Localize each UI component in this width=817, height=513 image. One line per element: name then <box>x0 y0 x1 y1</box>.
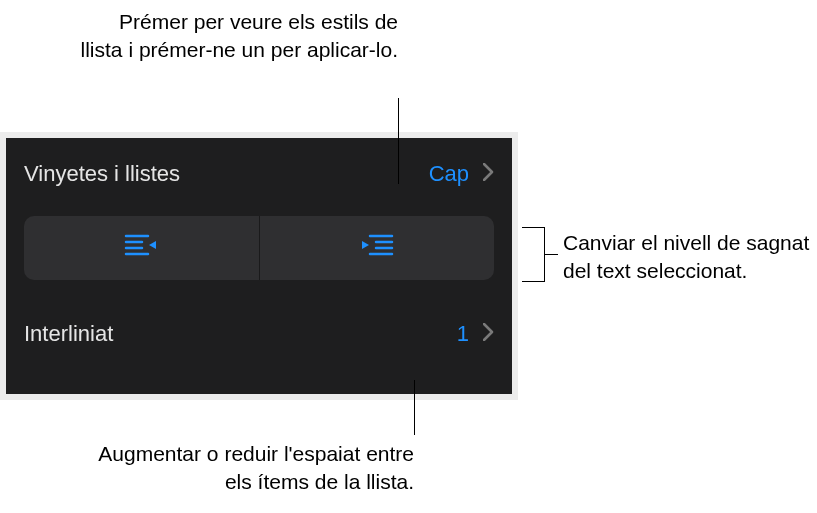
panel-container: Vinyetes i llistes Cap <box>0 132 518 400</box>
callout-list-styles: Prémer per veure els estils de llista i … <box>78 8 398 65</box>
leader-line <box>414 380 415 435</box>
format-panel: Vinyetes i llistes Cap <box>6 138 512 394</box>
bullets-lists-row[interactable]: Vinyetes i llistes Cap <box>24 138 494 210</box>
leader-line <box>398 98 399 184</box>
indent-segmented-control <box>24 216 494 280</box>
leader-line <box>522 227 544 228</box>
bullets-lists-label: Vinyetes i llistes <box>24 161 180 187</box>
line-spacing-value: 1 <box>457 321 469 347</box>
indent-button[interactable] <box>260 216 495 280</box>
bullets-lists-value-group: Cap <box>429 161 494 187</box>
line-spacing-value-group: 1 <box>457 321 494 347</box>
callout-indent-level: Canviar el nivell de sagnat del text sel… <box>563 229 813 286</box>
outdent-button[interactable] <box>24 216 259 280</box>
chevron-right-icon <box>483 163 494 185</box>
outdent-icon <box>124 233 158 263</box>
line-spacing-row[interactable]: Interliniat 1 <box>24 298 494 370</box>
leader-line <box>522 281 544 282</box>
indent-icon <box>360 233 394 263</box>
callout-spacing: Augmentar o reduir l'espaiat entre els í… <box>74 440 414 497</box>
leader-line <box>544 254 558 255</box>
line-spacing-label: Interliniat <box>24 321 113 347</box>
bullets-lists-value: Cap <box>429 161 469 187</box>
chevron-right-icon <box>483 323 494 345</box>
